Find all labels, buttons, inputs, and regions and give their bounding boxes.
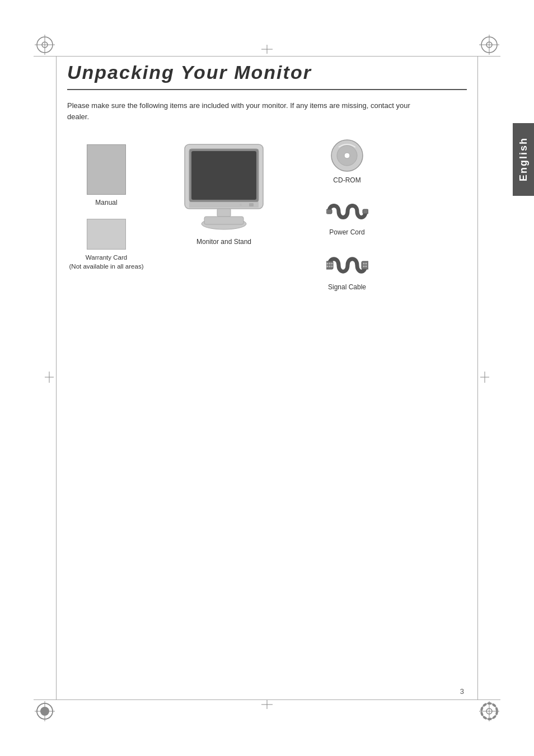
language-label: English [518, 137, 530, 181]
svg-point-37 [344, 153, 350, 158]
items-col-2: Monitor and Stand [168, 139, 280, 247]
cdrom-item: CD-ROM [330, 139, 364, 185]
center-mark-bottom [261, 700, 273, 711]
warranty-item: Warranty Card (Not available in all area… [69, 219, 144, 271]
warranty-icon [87, 219, 126, 250]
center-mark-right [480, 372, 489, 385]
manual-icon [87, 144, 126, 195]
border-right [477, 56, 478, 700]
center-mark-top [261, 45, 273, 56]
svg-point-48 [331, 265, 332, 267]
svg-rect-49 [362, 261, 368, 269]
power-cord-item: Power Cord [326, 199, 368, 237]
svg-rect-28 [191, 151, 256, 200]
svg-rect-42 [326, 261, 333, 269]
manual-item: Manual [87, 144, 126, 208]
svg-rect-29 [189, 202, 259, 208]
monitor-label: Monitor and Stand [196, 237, 251, 247]
center-mark-left [45, 372, 54, 385]
signal-cable-icon [326, 251, 368, 279]
items-col-1: Manual Warranty Card (Not available in a… [67, 144, 146, 271]
svg-point-46 [326, 265, 328, 267]
border-top [34, 56, 500, 57]
reg-mark-bottom-right [479, 701, 499, 721]
svg-point-31 [240, 204, 242, 206]
items-grid: Manual Warranty Card (Not available in a… [67, 139, 467, 292]
page-title: Unpacking Your Monitor [67, 62, 467, 90]
svg-point-44 [329, 262, 330, 264]
svg-rect-39 [363, 209, 368, 214]
cdrom-icon [330, 139, 364, 172]
power-cord-label: Power Cord [329, 228, 364, 237]
cdrom-label: CD-ROM [333, 176, 360, 185]
svg-point-47 [329, 265, 330, 267]
svg-point-45 [331, 262, 332, 264]
warranty-label: Warranty Card (Not available in all area… [69, 253, 144, 271]
svg-point-52 [363, 265, 364, 267]
language-tab: English [513, 123, 534, 196]
reg-mark-top-left [35, 35, 55, 55]
reg-mark-bottom-left [35, 701, 55, 721]
svg-rect-34 [204, 217, 243, 224]
svg-rect-32 [217, 209, 231, 217]
main-content: Unpacking Your Monitor Please make sure … [67, 62, 467, 292]
power-cord-icon [326, 199, 368, 224]
monitor-item: Monitor and Stand [174, 139, 274, 247]
svg-point-51 [365, 262, 367, 264]
items-col-3: CD-ROM Power Cord [308, 139, 386, 292]
manual-label: Manual [95, 198, 117, 208]
signal-cable-item: Signal Cable [326, 251, 368, 292]
description-text: Please make sure the following items are… [67, 100, 414, 122]
signal-cable-label: Signal Cable [328, 283, 366, 292]
svg-point-50 [363, 262, 364, 264]
svg-point-53 [365, 265, 367, 267]
reg-mark-top-right [479, 35, 499, 55]
monitor-illustration [174, 139, 274, 234]
svg-point-43 [326, 262, 328, 264]
svg-rect-30 [249, 203, 254, 206]
border-left [56, 56, 57, 700]
page-number: 3 [460, 687, 464, 696]
